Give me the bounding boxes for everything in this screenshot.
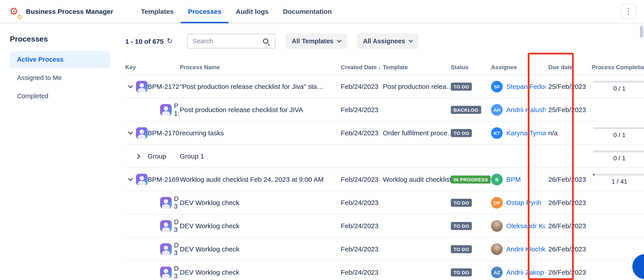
scrollbar-thumb[interactable] <box>640 26 643 37</box>
assignee-link[interactable]: Andrii Halush <box>506 106 546 114</box>
refresh-icon[interactable]: ↻ <box>167 37 173 45</box>
progress-bar <box>593 127 644 129</box>
process-name[interactable]: DEV Worklog check <box>180 245 341 253</box>
process-key: D3 <box>174 242 180 257</box>
process-key: D3 <box>174 218 180 233</box>
subprocess-icon <box>160 266 172 278</box>
due-date: 26/Feb/2023 <box>546 199 588 206</box>
assignee-link[interactable]: Stepan Fedoro <box>506 83 546 90</box>
sidebar-item-active-process[interactable]: Active Process <box>10 51 110 68</box>
due-date: n/a <box>546 129 588 137</box>
completion-text: 0 / 1 <box>593 131 644 139</box>
column-header-status[interactable]: Status <box>451 64 491 71</box>
created-date: Feb/24/2023 <box>341 129 383 137</box>
sidebar-item-assigned-to-me[interactable]: Assigned to Me <box>10 69 110 86</box>
assignee-avatar <box>491 220 503 232</box>
table-row: P1: Post production release checklist fo… <box>125 98 644 122</box>
table-row: D3 DEV Worklog check Feb/24/2023 TO DO O… <box>125 191 644 214</box>
status-badge: TO DO <box>451 199 472 207</box>
assignee-avatar: AH <box>491 104 503 116</box>
assignee-link[interactable]: Oleksandr Ku <box>506 222 546 230</box>
process-name[interactable]: Group 1 <box>180 152 341 160</box>
sidebar: Processes Active Process Assigned to Me … <box>0 23 112 280</box>
assignee-link[interactable]: Andrii Zakop <box>506 268 544 276</box>
nav-tab-processes[interactable]: Processes <box>181 0 228 23</box>
column-header-template[interactable]: Template <box>383 64 451 71</box>
assignee-avatar <box>491 243 503 255</box>
status-badge: IN PROGRESS <box>451 175 491 183</box>
column-header-process-name[interactable]: Process Name <box>180 64 341 71</box>
process-name[interactable]: DEV Worklog check <box>180 222 341 230</box>
templates-filter-label: All Templates <box>292 37 334 45</box>
expander-chevron-down-icon[interactable] <box>128 176 133 181</box>
template-name: Order fulfilment proce… <box>383 129 451 137</box>
table-header: Key Process Name Created Date↓ Template … <box>125 60 644 75</box>
assignee-link[interactable]: BPM <box>506 175 521 183</box>
process-name[interactable]: DEV Worklog check <box>180 268 341 276</box>
due-date: 25/Feb/2023 <box>546 83 588 90</box>
search-input[interactable] <box>192 37 263 45</box>
chevron-down-icon <box>408 38 413 43</box>
due-date: 26/Feb/2023 <box>546 268 588 276</box>
expander-chevron-down-icon[interactable] <box>128 83 133 88</box>
nav-tab-templates[interactable]: Templates <box>134 0 181 23</box>
column-header-process-completion[interactable]: Process Completion <box>588 64 644 71</box>
table-row: BPM-2172 "Post production release checkl… <box>125 75 644 98</box>
process-name[interactable]: "Post production release checklist for J… <box>180 83 341 90</box>
result-count: 1 - 10 of 675 <box>125 37 164 45</box>
status-badge: TO DO <box>451 83 472 91</box>
table-row: D3 DEV Worklog check Feb/24/2023 TO DO A… <box>125 261 644 280</box>
nav-tab-audit-logs[interactable]: Audit logs <box>229 0 276 23</box>
app-title: Business Process Manager <box>26 7 113 15</box>
assignee-avatar: KT <box>491 127 503 139</box>
created-date: Feb/24/2023 <box>341 175 383 183</box>
completion-text: 0 / 1 <box>593 85 644 92</box>
process-key: Group <box>148 152 166 160</box>
column-header-due-date[interactable]: Due date <box>546 64 588 71</box>
top-bar: ⚙⚙ Business Process Manager Templates Pr… <box>0 0 644 23</box>
templates-filter-dropdown[interactable]: All Templates <box>286 33 347 49</box>
sidebar-item-completed[interactable]: Completed <box>10 88 110 105</box>
more-options-button[interactable]: ⋮ <box>621 4 636 19</box>
kebab-icon: ⋮ <box>624 7 632 16</box>
column-header-key[interactable]: Key <box>125 64 180 71</box>
subprocess-icon <box>160 197 172 208</box>
status-badge: BACKLOG <box>451 106 481 114</box>
status-badge: TO DO <box>451 245 472 253</box>
created-date: Feb/24/2023 <box>341 199 383 206</box>
process-name[interactable]: recurring tasks <box>180 129 341 137</box>
process-key: D3 <box>174 195 180 210</box>
process-key: BPM-2169 <box>148 175 179 183</box>
process-name[interactable]: DEV Worklog check <box>180 199 341 206</box>
assignees-filter-dropdown[interactable]: All Assignees <box>357 33 418 49</box>
table-row: BPM-2169 Worklog audit checklist Feb 24,… <box>125 168 644 191</box>
sort-descending-icon: ↓ <box>378 64 381 71</box>
created-date: Feb/24/2023 <box>341 83 383 90</box>
created-date: Feb/24/2023 <box>341 106 383 114</box>
column-header-assignee[interactable]: Assignee <box>491 64 546 71</box>
subprocess-icon <box>160 243 172 255</box>
expander-chevron-down-icon[interactable] <box>128 130 133 135</box>
column-header-created-date[interactable]: Created Date↓ <box>341 64 383 71</box>
assignees-filter-label: All Assignees <box>363 37 405 45</box>
toolbar: 1 - 10 of 675 ↻ All Templates All Assign… <box>125 33 644 49</box>
created-date: Feb/24/2023 <box>341 268 383 276</box>
due-date: 25/Feb/2023 <box>546 106 588 114</box>
nav-tab-documentation[interactable]: Documentation <box>276 0 339 23</box>
app-logo-gears-icon: ⚙⚙ <box>6 4 22 19</box>
table-row: BPM-2170 recurring tasks Feb/24/2023 Ord… <box>125 122 644 145</box>
assignee-link[interactable]: Ostap Pyrih <box>506 199 541 206</box>
table-body: BPM-2172 "Post production release checkl… <box>125 75 644 280</box>
process-name[interactable]: Worklog audit checklist Feb 24, 2023 at … <box>180 175 341 183</box>
group-chevron-right-icon[interactable] <box>135 154 140 159</box>
process-name[interactable]: Post production release checklist for JI… <box>180 106 341 114</box>
progress-bar <box>593 174 644 175</box>
due-date: 26/Feb/2023 <box>546 175 588 183</box>
status-badge: TO DO <box>451 129 472 137</box>
assignee-link[interactable]: Andrii Klochk <box>506 245 546 253</box>
table-row: D3 DEV Worklog check Feb/24/2023 TO DO A… <box>125 238 644 261</box>
template-name: Worklog audit checklist <box>383 175 451 183</box>
subprocess-icon <box>160 104 172 116</box>
assignee-avatar: AZ <box>491 266 503 278</box>
assignee-link[interactable]: Karyna Tyrna <box>506 129 546 137</box>
